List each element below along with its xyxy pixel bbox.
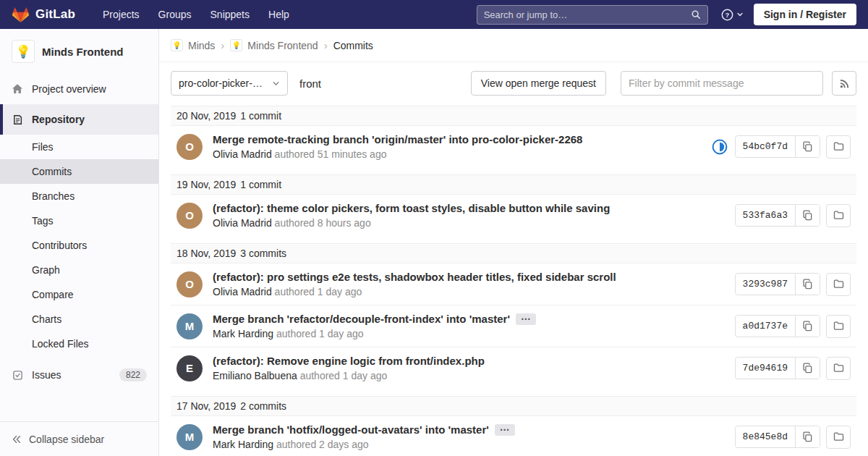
commit-date: 19 Nov, 2019 [176,179,236,190]
commit-author-avatar[interactable]: M [176,313,203,339]
commit-title-link[interactable]: (refactor): theme color pickers, form to… [213,202,610,214]
breadcrumb-group[interactable]: 💡 Minds [171,39,215,51]
commit-group: 20 Nov, 2019 1 commit O Merge remote-tra… [171,106,856,167]
commit-authored-time: authored 51 minutes ago [275,148,387,160]
nav-groups[interactable]: Groups [151,4,199,25]
commit-author-link[interactable]: Olivia Madrid [213,217,272,229]
repo-path-root-link[interactable]: front [299,77,321,90]
copy-icon [802,431,813,442]
commit-author-link[interactable]: Olivia Madrid [213,286,272,297]
commit-info: (refactor): pro settings e2e tests, shad… [213,271,723,297]
commit-title-link[interactable]: Merge remote-tracking branch 'origin/mas… [213,133,582,145]
commits-feed-button[interactable] [832,71,856,96]
commit-date-header: 18 Nov, 2019 3 commits [171,243,856,263]
copy-sha-button[interactable] [795,316,820,337]
commit-info: Merge remote-tracking branch 'origin/mas… [213,133,700,160]
browse-files-button[interactable] [826,426,851,449]
gitlab-logo[interactable]: GitLab [12,7,75,23]
commit-title-link[interactable]: (refactor): Remove engine logic from fro… [213,355,485,367]
commit-author-avatar[interactable]: O [176,271,203,297]
search-icon [691,9,701,20]
commit-author-avatar[interactable]: O [176,203,203,229]
commit-date-header: 17 Nov, 2019 2 commits [171,396,856,416]
commit-title-link[interactable]: Merge branch 'refactor/decouple-front-in… [213,313,510,325]
copy-sha-button[interactable] [795,136,820,157]
help-dropdown[interactable]: ? [721,9,744,21]
commit-sha[interactable]: 3293c987 [736,274,795,295]
filter-commit-message-input[interactable] [621,71,823,96]
breadcrumb-project[interactable]: 💡 Minds Frontend [230,39,318,51]
commit-author-link[interactable]: Mark Harding [213,439,273,450]
commit-authored-time: authored 2 days ago [276,439,369,450]
breadcrumb-page: Commits [333,40,373,51]
sidebar-item-issues[interactable]: Issues 822 [0,359,158,391]
commit-count: 1 commit [240,179,281,190]
commit-sha[interactable]: 8e845e8d [736,426,795,447]
sidebar-item-project-overview[interactable]: Project overview [0,74,158,104]
collapse-sidebar-button[interactable]: Collapse sidebar [0,421,158,456]
nav-projects[interactable]: Projects [95,4,147,25]
commit-count: 1 commit [240,110,281,122]
ref-selector-dropdown[interactable]: pro-color-picker-… [171,71,288,96]
double-chevron-left-icon [12,434,22,444]
repository-subitems: Files Commits Branches Tags Contributors… [0,135,158,356]
commit-row: E (refactor): Remove engine logic from f… [171,347,856,389]
sidebar-subitem-compare[interactable]: Compare [0,282,158,307]
commit-sha[interactable]: a0d1737e [736,316,795,337]
project-avatar: 💡 [12,40,35,63]
repository-section: Repository Files Commits Branches Tags C… [0,104,158,356]
browse-files-button[interactable] [826,204,851,227]
commit-sha[interactable]: 7de94619 [736,358,795,379]
commit-author-avatar[interactable]: E [176,355,203,381]
commit-author-avatar[interactable]: M [176,424,203,450]
commit-sha[interactable]: 533fa6a3 [736,205,795,226]
sidebar-subitem-graph[interactable]: Graph [0,258,158,282]
commit-date-header: 20 Nov, 2019 1 commit [171,106,856,126]
commit-row: O (refactor): theme color pickers, form … [171,195,856,236]
commit-info: (refactor): theme color pickers, form to… [213,202,723,229]
sidebar-item-label: Issues [32,369,61,381]
copy-sha-button[interactable] [795,205,820,226]
ci-status-running-icon[interactable] [712,139,728,155]
commits-controls: pro-color-picker-… front View open merge… [159,62,868,96]
question-icon: ? [721,9,733,21]
sidebar-subitem-files[interactable]: Files [0,135,158,159]
commit-date: 20 Nov, 2019 [176,110,236,122]
copy-sha-button[interactable] [795,358,820,379]
browse-files-button[interactable] [826,315,851,338]
sidebar-subitem-commits[interactable]: Commits [0,159,158,184]
issues-icon [12,369,23,381]
commit-author-link[interactable]: Mark Harding [213,328,273,339]
folder-icon [833,363,844,373]
expand-commit-description-button[interactable]: ⋯ [495,424,515,436]
view-open-merge-request-button[interactable]: View open merge request [471,71,606,96]
sidebar-item-repository[interactable]: Repository [0,104,158,135]
commit-sha[interactable]: 54bc0f7d [736,136,795,157]
copy-sha-button[interactable] [795,426,820,447]
project-sidebar: 💡 Minds Frontend Project overview [0,29,159,456]
commit-title-link[interactable]: (refactor): pro settings e2e tests, shad… [213,271,616,283]
commit-title-link[interactable]: Merge branch 'hotfix/logged-out-avatars'… [213,423,489,436]
sidebar-subitem-contributors[interactable]: Contributors [0,233,158,258]
browse-files-button[interactable] [826,273,851,296]
commit-author-avatar[interactable]: O [176,134,203,160]
sidebar-subitem-charts[interactable]: Charts [0,307,158,332]
nav-snippets[interactable]: Snippets [203,4,257,25]
commit-row: O Merge remote-tracking branch 'origin/m… [171,126,856,167]
sidebar-subitem-branches[interactable]: Branches [0,184,158,208]
global-search-box[interactable] [477,5,708,25]
search-input[interactable] [484,9,691,20]
browse-files-button[interactable] [826,357,851,380]
nav-help[interactable]: Help [261,4,297,25]
expand-commit-description-button[interactable]: ⋯ [516,313,536,325]
sidebar-subitem-tags[interactable]: Tags [0,208,158,233]
copy-sha-button[interactable] [795,274,820,295]
sign-in-button[interactable]: Sign in / Register [754,4,856,25]
copy-icon [802,363,813,373]
commit-author-link[interactable]: Emiliano Balbuena [213,370,297,381]
sidebar-subitem-locked-files[interactable]: Locked Files [0,332,158,356]
commit-author-link[interactable]: Olivia Madrid [213,148,272,160]
browse-files-button[interactable] [826,135,851,159]
project-context-header[interactable]: 💡 Minds Frontend [0,29,158,74]
commit-count: 2 commits [240,400,286,412]
